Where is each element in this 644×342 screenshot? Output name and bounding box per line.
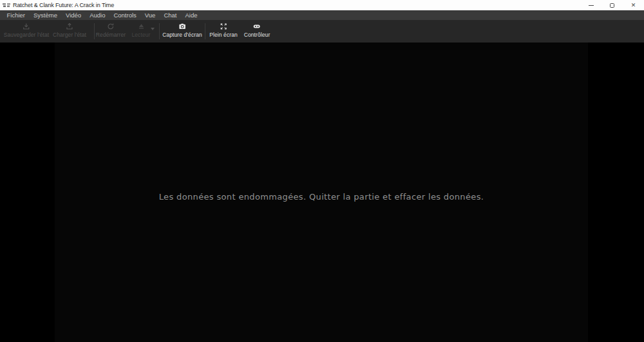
camera-icon (178, 23, 186, 30)
menu-controls[interactable]: Controls (109, 10, 140, 20)
controller-label: Contrôleur (244, 32, 270, 38)
window-controls: ✕ (580, 0, 644, 10)
controller-button[interactable]: Contrôleur (244, 23, 270, 38)
restart-icon (107, 23, 115, 30)
menu-vue[interactable]: Vue (140, 10, 160, 20)
disc-drive-button[interactable]: Lecteur (131, 23, 150, 38)
menu-video[interactable]: Vidéo (61, 10, 85, 20)
screenshot-button[interactable]: Capture d'écran (162, 23, 202, 38)
game-viewport[interactable]: Les données sont endommagées. Quitter la… (55, 43, 588, 342)
disc-drive-dropdown-icon[interactable] (151, 28, 155, 30)
menu-audio[interactable]: Audio (86, 10, 109, 20)
fullscreen-icon (220, 23, 227, 30)
window-title: Ratchet & Clank Future: A Crack in Time (13, 2, 114, 8)
fullscreen-button[interactable]: Plein écran (209, 23, 238, 38)
save-state-label: Sauvegarder l'état (4, 32, 50, 38)
menu-aide[interactable]: Aide (181, 10, 202, 20)
fullscreen-label: Plein écran (209, 32, 238, 38)
menu-fichier[interactable]: Fichier (3, 10, 30, 20)
emulator-window: Ratchet & Clank Future: A Crack in Time … (0, 0, 644, 342)
app-icon (3, 2, 10, 8)
titlebar: Ratchet & Clank Future: A Crack in Time … (0, 0, 644, 10)
close-icon: ✕ (631, 3, 636, 8)
disc-drive-label: Lecteur (131, 32, 150, 38)
game-area: Les données sont endommagées. Quitter la… (0, 43, 644, 342)
restart-label: Redémarrer (96, 32, 126, 38)
eject-icon (137, 23, 145, 30)
save-state-button[interactable]: Sauvegarder l'état (4, 23, 50, 38)
maximize-icon (610, 3, 614, 8)
save-state-icon (23, 23, 30, 30)
menu-systeme[interactable]: Système (30, 10, 62, 20)
close-button[interactable]: ✕ (623, 0, 644, 10)
menubar: Fichier Système Vidéo Audio Controls Vue… (0, 10, 644, 20)
toolbar-separator (205, 23, 205, 39)
game-error-message: Les données sont endommagées. Quitter la… (55, 192, 588, 202)
toolbar-separator (159, 23, 160, 39)
gamepad-icon (253, 23, 261, 30)
restart-button[interactable]: Redémarrer (96, 23, 126, 38)
menu-chat[interactable]: Chat (160, 10, 181, 20)
toolbar-separator (94, 23, 95, 39)
load-state-button[interactable]: Charger l'état (53, 23, 86, 38)
minimize-button[interactable] (580, 0, 601, 10)
toolbar: Sauvegarder l'état Charger l'état Redéma… (0, 20, 644, 43)
maximize-button[interactable] (601, 0, 623, 10)
load-state-icon (66, 23, 73, 30)
screenshot-label: Capture d'écran (162, 32, 202, 38)
minimize-icon (589, 5, 594, 6)
load-state-label: Charger l'état (53, 32, 86, 38)
